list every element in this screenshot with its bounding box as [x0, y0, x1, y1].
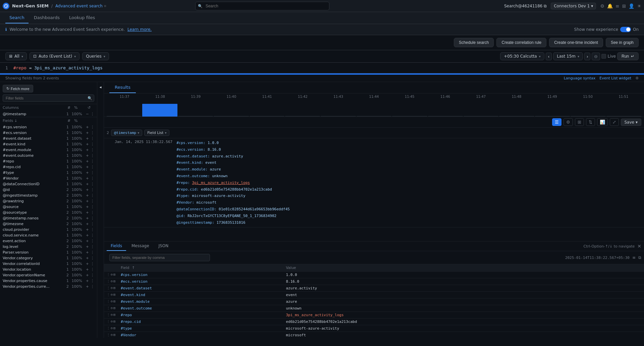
column-timestamp-minus[interactable]: −: [82, 112, 89, 116]
field-row[interactable]: @timezone 2 100% + ⋮: [0, 221, 97, 227]
columns-button[interactable]: ⊞: [575, 118, 584, 126]
field-row[interactable]: @rawstring 2 100% + ⋮: [0, 198, 97, 204]
row-menu-icon[interactable]: ⋮: [107, 333, 110, 337]
user-icon[interactable]: 👤: [629, 3, 634, 9]
save-button[interactable]: Save ▾: [621, 119, 642, 126]
row-filter-icon[interactable]: ⊞: [113, 326, 115, 330]
field-row[interactable]: Vendor.category 1 100% + ⋮: [0, 255, 97, 261]
column-timestamp-row[interactable]: @timestamp 1 100% − ⋮: [0, 111, 97, 117]
copy-icon-detail[interactable]: ⧉: [638, 255, 641, 260]
table-col-value[interactable]: Value: [283, 264, 644, 272]
field-row[interactable]: #event.outcome 1 100% + ⋮: [0, 153, 97, 158]
zoom-out-button[interactable]: ⊖: [592, 53, 600, 60]
fetch-more-button[interactable]: ↻ Fetch more: [3, 85, 33, 92]
row-filter-icon[interactable]: ⊞: [113, 320, 115, 323]
timeline-bar[interactable]: [107, 116, 142, 117]
expand-button[interactable]: ⤢: [610, 118, 619, 126]
field-row[interactable]: @ingesttimestamp 2 100% + ⋮: [0, 193, 97, 198]
filter-icon[interactable]: ≡: [632, 255, 636, 260]
row-filter-icon[interactable]: ⊞: [113, 293, 115, 296]
sort-button[interactable]: ⇅: [586, 118, 595, 126]
column-timestamp-more[interactable]: ⋮: [89, 112, 94, 116]
field-row[interactable]: event.action 2 100% + ⋮: [0, 238, 97, 244]
row-menu-icon[interactable]: ⋮: [107, 320, 110, 323]
create-one-time-incident-button[interactable]: Create one-time incident: [549, 38, 603, 47]
timeline-bar[interactable]: [178, 116, 213, 117]
field-row[interactable]: @timestamp.nanos 2 100% + ⋮: [0, 215, 97, 221]
field-row[interactable]: #event.dataset 1 100% + ⋮: [0, 136, 97, 141]
field-row[interactable]: Vendor.correlationId 1 100% + ⋮: [0, 261, 97, 267]
row-exclude-icon[interactable]: ⊖: [111, 333, 113, 337]
list-view-button[interactable]: ☰: [552, 118, 561, 126]
breadcrumb-page[interactable]: Advanced event search ⌗: [55, 4, 106, 8]
field-row[interactable]: #cps.version 1 100% + ⋮: [0, 124, 97, 130]
time-range-selector[interactable]: Last 15m ▾: [553, 52, 583, 60]
field-row[interactable]: log.level 2 100% + ⋮: [0, 244, 97, 250]
settings-view-button[interactable]: ⚙: [564, 118, 573, 126]
timeline-bar[interactable]: [250, 116, 284, 117]
banner-learn-more-link[interactable]: Learn more.: [127, 27, 152, 32]
event-row-header[interactable]: 2 @timestamp ▾ Field List ▾: [104, 128, 644, 138]
field-row[interactable]: @sourcetype 2 100% + ⋮: [0, 210, 97, 215]
field-row[interactable]: #event.module 1 100% + ⋮: [0, 147, 97, 153]
settings-icon[interactable]: ⚙: [600, 3, 604, 9]
toggle-switch[interactable]: [620, 27, 631, 32]
timeline-bar[interactable]: [285, 116, 320, 117]
row-filter-icon[interactable]: ⊞: [113, 333, 115, 337]
timeline-bar[interactable]: [464, 116, 498, 117]
row-exclude-icon[interactable]: ⊖: [111, 286, 113, 290]
row-filter-icon[interactable]: ⊞: [113, 286, 115, 290]
field-row[interactable]: #repo.cid 1 100% + ⋮: [0, 164, 97, 170]
row-filter-icon[interactable]: ⊞: [113, 273, 115, 276]
row-menu-icon[interactable]: ⋮: [107, 273, 110, 276]
row-exclude-icon[interactable]: ⊖: [111, 273, 113, 276]
timeline-bar-active[interactable]: [142, 104, 177, 117]
tab-lookup-files[interactable]: Lookup files: [65, 12, 99, 23]
row-exclude-icon[interactable]: ⊖: [111, 279, 113, 283]
search-input[interactable]: [195, 2, 329, 10]
row-menu-icon[interactable]: ⋮: [107, 299, 110, 303]
field-row[interactable]: @dataConnectionID 1 100% + ⋮: [0, 181, 97, 187]
row-menu-icon[interactable]: ⋮: [107, 306, 110, 310]
timeline-bar[interactable]: [571, 116, 605, 117]
grid-icon[interactable]: ⊞: [622, 3, 626, 9]
field-row[interactable]: @source 1 100% + ⋮: [0, 204, 97, 210]
field-row[interactable]: Parser.version 1 100% + ⋮: [0, 250, 97, 255]
dataset-filter[interactable]: ⊞ All ▾: [5, 52, 27, 60]
detail-tab-fields[interactable]: Fields: [107, 241, 126, 251]
sidebar-collapse-button[interactable]: ◂: [97, 82, 104, 338]
theme-icon[interactable]: ☀: [637, 3, 641, 9]
detail-tab-json[interactable]: JSON: [155, 241, 173, 251]
row-exclude-icon[interactable]: ⊖: [111, 306, 113, 310]
row-exclude-icon[interactable]: ⊖: [111, 299, 113, 303]
event-list-widget-link[interactable]: Event List widget: [599, 76, 631, 80]
language-syntax-link[interactable]: Language syntax: [564, 76, 596, 80]
field-row[interactable]: Vendor.properties.cause 1 100% + ⋮: [0, 278, 97, 284]
field-row[interactable]: #event.kind 1 100% + ⋮: [0, 141, 97, 147]
row-menu-icon[interactable]: ⋮: [107, 286, 110, 290]
live-checkbox[interactable]: [601, 54, 606, 59]
row-exclude-icon[interactable]: ⊖: [111, 313, 113, 317]
create-correlation-rule-button[interactable]: Create correlation rule: [496, 38, 546, 47]
timeline-bar[interactable]: [499, 116, 534, 117]
connector-selector[interactable]: Connectors Dev 1 ▾: [551, 3, 596, 9]
timeline-bar[interactable]: [214, 116, 249, 117]
field-row[interactable]: Vendor.properties.curre... 2 100% + ⋮: [0, 284, 97, 289]
settings-icon-small[interactable]: ⚙: [635, 76, 639, 80]
detail-tab-message[interactable]: Message: [127, 241, 153, 251]
timezone-selector[interactable]: +05:30 Calcutta ▾: [500, 52, 544, 60]
field-row[interactable]: cloud.service.name 1 100% + ⋮: [0, 232, 97, 238]
row-menu-icon[interactable]: ⋮: [107, 279, 110, 283]
repo-value-link[interactable]: 3pi_ms_azure_activity_logs: [286, 313, 343, 317]
add-field-icon[interactable]: +: [82, 125, 89, 129]
timeline-bar[interactable]: [428, 116, 463, 117]
row-exclude-icon[interactable]: ⊖: [111, 326, 113, 330]
run-button[interactable]: Run ↵: [617, 52, 639, 60]
queries-filter[interactable]: Queries ▾: [82, 52, 109, 60]
row-filter-icon[interactable]: ⊞: [113, 279, 115, 283]
timeline-bar[interactable]: [321, 116, 356, 117]
chart-button[interactable]: 📊: [597, 118, 608, 126]
timeline-bar[interactable]: [606, 116, 641, 117]
field-row[interactable]: #repo 1 100% + ⋮: [0, 158, 97, 164]
filter-fields-detail-input[interactable]: [109, 254, 210, 261]
